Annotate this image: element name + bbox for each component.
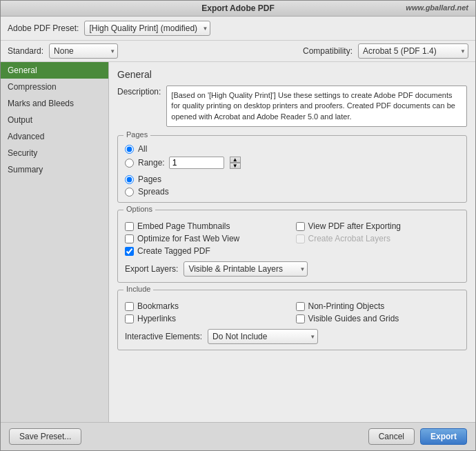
optimize-web-row: Optimize for Fast Web View [125, 234, 289, 243]
interactive-row: Interactive Elements: Do Not Include Inc… [125, 329, 459, 344]
include-grid: Bookmarks Non-Printing Objects Hyperlink… [125, 301, 459, 323]
range-down-button[interactable]: ▼ [230, 163, 241, 169]
preset-select[interactable]: [High Quality Print] (modified) [84, 21, 210, 36]
content-area: General Compression Marks and Bleeds Out… [1, 62, 475, 422]
sidebar-item-marks-bleeds[interactable]: Marks and Bleeds [1, 95, 108, 112]
range-up-button[interactable]: ▲ [230, 157, 241, 163]
hyperlinks-label[interactable]: Hyperlinks [137, 314, 176, 323]
cancel-button[interactable]: Cancel [368, 428, 415, 445]
all-radio[interactable] [125, 145, 134, 154]
hyperlinks-checkbox[interactable] [125, 314, 134, 323]
view-pdf-label[interactable]: View PDF after Exporting [308, 221, 401, 231]
non-printing-checkbox[interactable] [296, 302, 305, 311]
create-acrobat-checkbox [296, 234, 305, 243]
range-input[interactable] [169, 157, 224, 169]
export-button[interactable]: Export [420, 428, 467, 445]
bookmarks-checkbox[interactable] [125, 302, 134, 311]
pages-section: Pages All Range: ▲ ▼ [117, 135, 467, 203]
view-pdf-row: View PDF after Exporting [296, 221, 460, 231]
pages-legend: Pages [123, 130, 150, 139]
main-panel: General Description: [Based on '[High Qu… [109, 62, 475, 422]
pages-radio-row: Pages [125, 174, 459, 184]
create-tagged-checkbox[interactable] [125, 247, 134, 256]
view-pdf-checkbox[interactable] [296, 222, 305, 231]
compat-select[interactable]: Acrobat 5 (PDF 1.4) [358, 43, 468, 59]
footer-btn-group: Cancel Export [368, 428, 467, 445]
sidebar-item-summary[interactable]: Summary [1, 161, 108, 178]
standard-label: Standard: [8, 46, 43, 56]
create-acrobat-row: Create Acrobat Layers [296, 234, 460, 243]
include-section: Include Bookmarks Non-Printing Objects H… [117, 290, 467, 350]
window-title: Export Adobe PDF [201, 3, 275, 13]
create-tagged-row: Create Tagged PDF [125, 246, 289, 256]
bookmarks-row: Bookmarks [125, 301, 289, 311]
title-bar: Export Adobe PDF www.gballard.net [1, 1, 475, 17]
sidebar: General Compression Marks and Bleeds Out… [1, 62, 109, 422]
sidebar-item-general[interactable]: General [1, 62, 108, 79]
pages-radio[interactable] [125, 175, 134, 184]
range-radio[interactable] [125, 159, 134, 168]
embed-thumbnails-row: Embed Page Thumbnails [125, 221, 289, 231]
sidebar-item-compression[interactable]: Compression [1, 79, 108, 95]
preset-label: Adobe PDF Preset: [8, 23, 79, 33]
interactive-select-wrapper[interactable]: Do Not Include Include All Appearance On… [208, 329, 318, 344]
preset-select-wrapper[interactable]: [High Quality Print] (modified) [84, 21, 210, 36]
visible-guides-row: Visible Guides and Grids [296, 314, 460, 323]
optimize-web-label[interactable]: Optimize for Fast Web View [137, 234, 239, 243]
spreads-label[interactable]: Spreads [138, 187, 169, 197]
range-label[interactable]: Range: [138, 158, 165, 168]
export-layers-select[interactable]: Visible & Printable Layers Visible Layer… [184, 261, 308, 277]
options-grid: Embed Page Thumbnails View PDF after Exp… [125, 221, 459, 256]
description-label: Description: [117, 86, 161, 127]
spreads-radio[interactable] [125, 188, 134, 197]
non-printing-row: Non-Printing Objects [296, 301, 460, 311]
standard-select[interactable]: None [49, 43, 118, 59]
compat-label: Compatibility: [303, 46, 353, 56]
compat-select-wrapper[interactable]: Acrobat 5 (PDF 1.4) [358, 43, 468, 59]
toolbar-row1: Adobe PDF Preset: [High Quality Print] (… [1, 17, 475, 41]
standard-select-wrapper[interactable]: None [49, 43, 118, 59]
sidebar-item-advanced[interactable]: Advanced [1, 128, 108, 145]
all-radio-row: All [125, 144, 459, 154]
create-acrobat-label: Create Acrobat Layers [308, 234, 390, 243]
range-stepper[interactable]: ▲ ▼ [230, 157, 241, 169]
save-preset-button[interactable]: Save Preset... [9, 428, 81, 445]
toolbar-row2: Standard: None Compatibility: Acrobat 5 … [1, 41, 475, 62]
embed-thumbnails-label[interactable]: Embed Page Thumbnails [137, 221, 230, 231]
embed-thumbnails-checkbox[interactable] [125, 222, 134, 231]
pages-radio-group: All Range: ▲ ▼ [125, 144, 459, 169]
footer: Save Preset... Cancel Export [1, 422, 475, 450]
export-pdf-dialog: Export Adobe PDF www.gballard.net Adobe … [0, 0, 476, 451]
include-legend: Include [123, 285, 153, 293]
all-label[interactable]: All [138, 144, 147, 154]
interactive-select[interactable]: Do Not Include Include All Appearance On… [208, 329, 318, 344]
range-radio-row: Range: ▲ ▼ [125, 157, 459, 169]
visible-guides-label[interactable]: Visible Guides and Grids [308, 314, 399, 323]
sidebar-item-output[interactable]: Output [1, 112, 108, 128]
interactive-label: Interactive Elements: [125, 332, 202, 341]
export-layers-row: Export Layers: Visible & Printable Layer… [125, 261, 459, 277]
description-box: [Based on '[High Quality Print]'] Use th… [166, 86, 467, 127]
description-area: Description: [Based on '[High Quality Pr… [117, 86, 467, 127]
create-tagged-label[interactable]: Create Tagged PDF [137, 246, 210, 256]
panel-title: General [117, 69, 467, 80]
export-layers-label: Export Layers: [125, 264, 178, 274]
visible-guides-checkbox[interactable] [296, 314, 305, 323]
hyperlinks-row: Hyperlinks [125, 314, 289, 323]
sidebar-item-security[interactable]: Security [1, 145, 108, 161]
export-layers-select-wrapper[interactable]: Visible & Printable Layers Visible Layer… [184, 261, 308, 277]
spreads-radio-row: Spreads [125, 187, 459, 197]
watermark: www.gballard.net [406, 3, 468, 12]
optimize-web-checkbox[interactable] [125, 234, 134, 243]
options-legend: Options [123, 205, 155, 213]
non-printing-label[interactable]: Non-Printing Objects [308, 301, 385, 311]
pages-label[interactable]: Pages [138, 174, 161, 184]
bookmarks-label[interactable]: Bookmarks [137, 301, 179, 311]
options-section: Options Embed Page Thumbnails View PDF a… [117, 210, 467, 283]
